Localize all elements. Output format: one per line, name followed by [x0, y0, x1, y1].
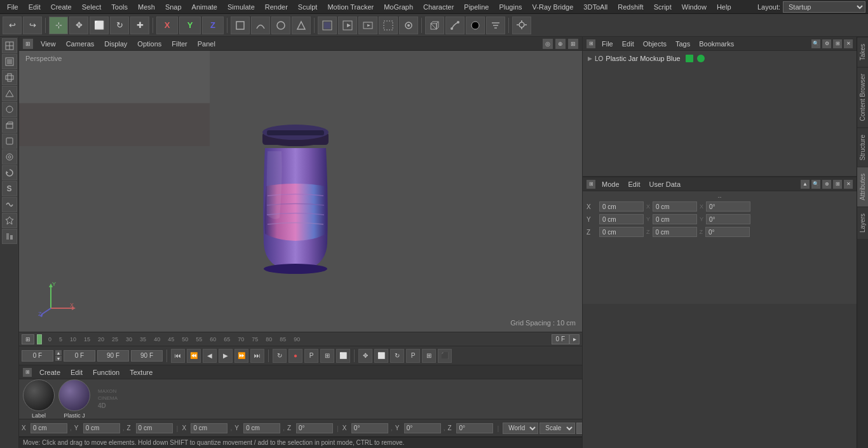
left-tool-12[interactable]	[2, 213, 17, 228]
vp-menu-view[interactable]: View	[38, 39, 58, 49]
scale-z-field[interactable]	[456, 423, 493, 433]
left-tool-4[interactable]	[2, 86, 17, 101]
btn-pb-grid[interactable]: ⊞	[422, 349, 436, 363]
btn-keyframe-mode[interactable]: ⊞	[320, 349, 334, 363]
left-tool-7[interactable]	[2, 133, 17, 149]
viewport[interactable]: Perspective Grid Spacing : 10 cm Y X	[19, 51, 582, 332]
axis-x-button[interactable]: X	[156, 17, 178, 34]
btn-next-frame[interactable]: ⏩	[234, 349, 248, 363]
vp-menu-options[interactable]: Options	[135, 39, 164, 49]
coord-apply-button[interactable]: Apply	[576, 423, 582, 434]
scale-tool-button[interactable]: ⬜	[90, 17, 109, 34]
left-tool-2[interactable]	[2, 54, 17, 69]
menu-window[interactable]: Window	[677, 2, 711, 12]
vp-menu-display[interactable]: Display	[102, 39, 130, 49]
left-tool-5[interactable]	[2, 102, 17, 117]
menu-vray[interactable]: V-Ray Bridge	[528, 2, 578, 12]
axis-y-button[interactable]: Y	[179, 17, 201, 34]
menu-snap[interactable]: Snap	[161, 2, 186, 12]
vp-menu-cameras[interactable]: Cameras	[64, 39, 97, 49]
attr-menu-mode[interactable]: Mode	[599, 179, 622, 189]
menu-render[interactable]: Render	[261, 2, 292, 12]
menu-simulate[interactable]: Simulate	[223, 2, 259, 12]
timeline-menu-icon[interactable]: ⊞	[22, 334, 34, 344]
menu-create[interactable]: Create	[46, 2, 76, 12]
axis-z-button[interactable]: Z	[202, 17, 224, 34]
menu-edit[interactable]: Edit	[24, 2, 45, 12]
left-tool-13[interactable]	[2, 229, 17, 244]
timeline-expand-button[interactable]: ▸	[569, 334, 580, 344]
mat-menu-create[interactable]: Create	[37, 367, 63, 377]
attr-rot-y[interactable]	[653, 214, 697, 224]
btn-pb-rotate[interactable]: ↻	[390, 349, 404, 363]
btn-play-backward[interactable]: ◀	[203, 349, 217, 363]
selection-filter-button[interactable]	[486, 17, 505, 34]
menu-tools[interactable]: Tools	[107, 2, 132, 12]
rot-x-field[interactable]	[191, 423, 227, 433]
vtab-content-browser[interactable]: Content Browser	[857, 67, 868, 127]
left-tool-9[interactable]	[2, 165, 17, 180]
obj-settings-icon[interactable]: ⚙	[822, 39, 831, 48]
attr-menu-icon[interactable]: ⊞	[587, 180, 595, 189]
frame-up-btn[interactable]: ▲	[55, 350, 62, 355]
menu-file[interactable]: File	[3, 2, 23, 12]
coord-scale-dropdown[interactable]: Scale	[539, 423, 575, 434]
vp-menu-panel[interactable]: Panel	[195, 39, 218, 49]
coord-world-dropdown[interactable]: World	[503, 423, 538, 434]
attr-close-icon[interactable]: ✕	[844, 180, 853, 189]
attr-scale-z[interactable]	[705, 227, 750, 237]
btn-motion-mode[interactable]: ⬜	[336, 349, 350, 363]
render-settings-button[interactable]	[399, 17, 418, 34]
attr-rot-x[interactable]	[653, 201, 697, 212]
obj-view-icon[interactable]: ⊞	[833, 39, 842, 48]
pos-y-field[interactable]	[83, 423, 120, 433]
render-active-view-button[interactable]	[338, 17, 357, 34]
btn-pb-scale[interactable]: ⬜	[374, 349, 388, 363]
btn-loop[interactable]: ↻	[273, 349, 287, 363]
left-tool-11[interactable]	[2, 197, 17, 212]
render-preview-button[interactable]	[318, 17, 337, 34]
attr-bookmark-icon[interactable]: ⊕	[822, 180, 831, 189]
obj-search-icon[interactable]: 🔍	[811, 39, 820, 48]
attr-settings-icon[interactable]: ⊞	[833, 180, 842, 189]
mat-menu-texture[interactable]: Texture	[127, 367, 155, 377]
pos-x-field[interactable]	[31, 423, 67, 433]
spline-button[interactable]	[251, 17, 270, 34]
attr-menu-edit[interactable]: Edit	[626, 179, 643, 189]
material-item-2[interactable]: Plastic J	[58, 379, 90, 419]
object-item-jar[interactable]: ▶ LO Plastic Jar Mockup Blue	[585, 53, 854, 64]
menu-redshift[interactable]: Redshift	[613, 2, 648, 12]
attr-pos-x[interactable]	[599, 201, 644, 212]
btn-pb-param[interactable]: P	[406, 349, 420, 363]
attr-menu-userdata[interactable]: User Data	[647, 179, 684, 189]
obj-menu-icon[interactable]: ⊞	[587, 39, 595, 48]
menu-select[interactable]: Select	[78, 2, 106, 12]
menu-mesh[interactable]: Mesh	[133, 2, 159, 12]
attr-rot-z[interactable]	[653, 227, 697, 237]
scale-y-field[interactable]	[404, 423, 441, 433]
btn-go-start[interactable]: ⏮	[171, 349, 185, 363]
rotate-tool-button[interactable]: ↻	[110, 17, 129, 34]
menu-help[interactable]: Help	[712, 2, 736, 12]
select-tool-button[interactable]: ⊹	[49, 17, 68, 34]
redo-button[interactable]: ↪	[23, 17, 42, 34]
obj-menu-objects[interactable]: Objects	[641, 39, 669, 49]
vtab-structure[interactable]: Structure	[857, 128, 868, 167]
menu-mograph[interactable]: MoGraph	[379, 2, 417, 12]
render-button[interactable]	[358, 17, 377, 34]
left-tool-10[interactable]: S	[2, 181, 17, 196]
poly-button[interactable]	[231, 17, 250, 34]
menu-script[interactable]: Script	[649, 2, 676, 12]
obj-menu-edit[interactable]: Edit	[620, 39, 637, 49]
attr-pos-y[interactable]	[599, 214, 644, 224]
vtab-attributes[interactable]: Attributes	[857, 166, 868, 207]
attr-scale-y[interactable]	[706, 214, 750, 224]
material-item-1[interactable]: Label	[23, 379, 55, 419]
btn-prev-frame[interactable]: ⏪	[187, 349, 201, 363]
mat-menu-function[interactable]: Function	[90, 367, 122, 377]
layout-dropdown[interactable]: Startup	[783, 1, 865, 13]
obj-menu-file[interactable]: File	[599, 39, 616, 49]
btn-pb-render[interactable]: ⬛	[438, 349, 452, 363]
vp-solo-icon[interactable]: ◎	[543, 39, 553, 49]
move-tool-button[interactable]: ✥	[69, 17, 88, 34]
